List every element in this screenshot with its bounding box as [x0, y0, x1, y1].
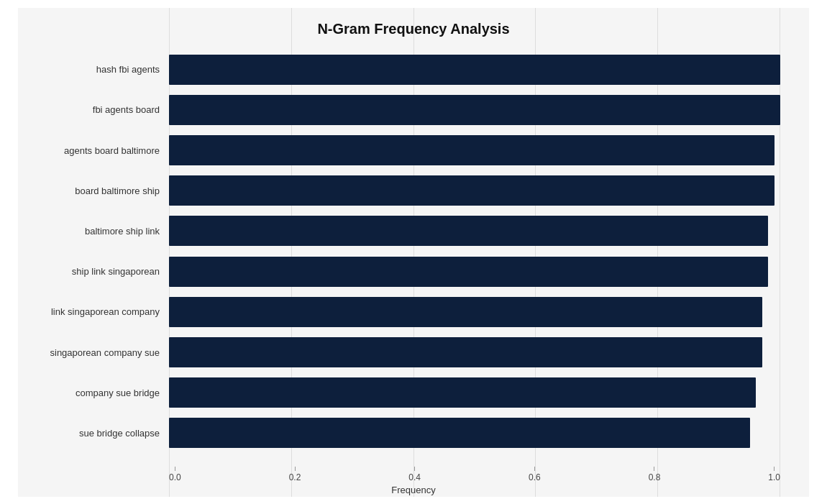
x-tick: 0.4	[408, 467, 421, 482]
bar-fill	[169, 175, 775, 206]
bar-row: board baltimore ship	[18, 170, 809, 211]
x-tick-label: 0.8	[649, 472, 661, 482]
bar-label: company sue bridge	[22, 388, 165, 398]
x-tick: 1.0	[768, 467, 780, 482]
bar-fill	[169, 337, 762, 367]
bar-label: fbi agents board	[22, 104, 165, 115]
bar-fill	[169, 257, 768, 287]
x-axis-label: Frequency	[18, 485, 809, 495]
x-tick-label: 1.0	[768, 472, 780, 482]
bar-row: sue bridge collapse	[18, 413, 809, 453]
x-tick-label: 0.2	[289, 472, 301, 482]
bar-track	[169, 216, 780, 246]
bar-fill	[169, 297, 762, 327]
bar-track	[169, 55, 780, 85]
bar-track	[169, 257, 780, 287]
x-tick-line	[774, 467, 775, 471]
bar-track	[169, 377, 780, 408]
bar-label: singaporean company sue	[22, 347, 165, 358]
bar-label: hash fbi agents	[22, 64, 165, 75]
bar-row: hash fbi agents	[18, 50, 809, 90]
bar-fill	[169, 377, 756, 408]
bar-label: ship link singaporean	[22, 266, 165, 277]
bar-fill	[169, 135, 775, 165]
bars-section: hash fbi agentsfbi agents boardagents bo…	[18, 50, 809, 454]
x-tick-label: 0.6	[529, 472, 541, 482]
x-tick-line	[414, 467, 415, 471]
bar-row: link singaporean company	[18, 292, 809, 332]
bar-label: agents board baltimore	[22, 145, 165, 156]
x-tick-line	[295, 467, 296, 471]
bar-row: ship link singaporean	[18, 252, 809, 292]
chart-container: N-Gram Frequency Analysis hash fbi agent…	[18, 8, 809, 497]
x-axis: 0.00.20.40.60.81.0	[169, 467, 780, 482]
x-tick: 0.0	[169, 467, 181, 482]
bar-track	[169, 418, 780, 448]
x-tick-label: 0.0	[169, 472, 181, 482]
x-tick: 0.6	[529, 467, 541, 482]
x-tick-line	[175, 467, 175, 471]
bar-fill	[169, 216, 768, 246]
x-tick: 0.2	[289, 467, 301, 482]
bar-row: company sue bridge	[18, 372, 809, 413]
bar-label: board baltimore ship	[22, 185, 165, 196]
bar-fill	[169, 55, 780, 85]
bar-label: baltimore ship link	[22, 226, 165, 237]
x-tick-line	[534, 467, 535, 471]
bar-row: agents board baltimore	[18, 130, 809, 170]
x-tick-line	[654, 467, 654, 471]
bar-fill	[169, 418, 750, 448]
bar-track	[169, 337, 780, 367]
bar-row: fbi agents board	[18, 90, 809, 130]
bar-fill	[169, 95, 780, 125]
chart-title: N-Gram Frequency Analysis	[18, 21, 809, 37]
bar-track	[169, 297, 780, 327]
x-tick-label: 0.4	[408, 472, 421, 482]
bar-label: link singaporean company	[22, 306, 165, 317]
bar-track	[169, 135, 780, 165]
bar-row: singaporean company sue	[18, 332, 809, 372]
bar-track	[169, 95, 780, 125]
bar-label: sue bridge collapse	[22, 428, 165, 439]
bar-track	[169, 175, 780, 206]
x-tick: 0.8	[649, 467, 661, 482]
bar-row: baltimore ship link	[18, 211, 809, 251]
